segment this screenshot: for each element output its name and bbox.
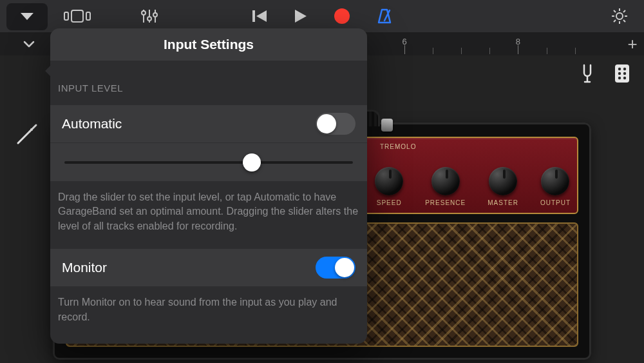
- svg-point-18: [618, 77, 621, 79]
- metronome-button[interactable]: [376, 0, 393, 32]
- monitor-toggle[interactable]: [316, 257, 355, 279]
- amp-knob-output[interactable]: [541, 167, 569, 195]
- svg-point-14: [618, 68, 621, 70]
- svg-point-20: [30, 128, 33, 131]
- tone-grid-button[interactable]: [611, 62, 634, 85]
- svg-rect-9: [252, 10, 255, 22]
- input-chevron[interactable]: [0, 32, 58, 55]
- ruler-label: 6: [402, 37, 406, 46]
- record-button[interactable]: [334, 0, 350, 32]
- monitor-label: Monitor: [62, 260, 107, 275]
- svg-point-4: [142, 11, 146, 15]
- amp-knob-label: SPEED: [377, 199, 402, 206]
- svg-rect-13: [615, 64, 629, 83]
- svg-point-15: [623, 68, 626, 70]
- tuning-fork-button[interactable]: [576, 62, 599, 85]
- settings-button[interactable]: [611, 0, 629, 32]
- ruler-label: 8: [516, 37, 520, 46]
- monitor-help-text: Turn Monitor on to hear sound from the i…: [50, 286, 367, 344]
- monitor-row: Monitor: [50, 249, 367, 286]
- input-jack-icon[interactable]: [12, 119, 43, 150]
- amp-knob-master[interactable]: [489, 167, 517, 195]
- svg-point-19: [623, 77, 626, 79]
- svg-point-17: [623, 72, 626, 75]
- input-level-slider[interactable]: [64, 161, 353, 164]
- svg-point-8: [153, 13, 157, 17]
- amp-knob-speed[interactable]: [375, 167, 403, 195]
- add-section-button[interactable]: +: [623, 32, 641, 55]
- popover-arrow: [45, 64, 52, 77]
- svg-rect-0: [64, 12, 68, 20]
- my-songs-dropdown[interactable]: [6, 3, 48, 30]
- input-level-help-text: Drag the slider to set the input level, …: [50, 181, 367, 249]
- amp-knob-presence[interactable]: [431, 167, 460, 195]
- mixer-button[interactable]: [133, 0, 166, 32]
- svg-point-10: [334, 8, 350, 24]
- play-button[interactable]: [294, 0, 308, 32]
- amp-knob-label: OUTPUT: [540, 199, 571, 206]
- rewind-button[interactable]: [251, 0, 268, 32]
- automatic-label: Automatic: [62, 116, 122, 132]
- svg-point-12: [616, 13, 623, 19]
- amp-section-label: TREMOLO: [380, 143, 416, 150]
- input-level-slider-row: [50, 142, 367, 181]
- automatic-row: Automatic: [50, 105, 367, 142]
- automatic-toggle[interactable]: [316, 113, 355, 135]
- svg-point-6: [147, 17, 151, 21]
- svg-point-16: [618, 72, 621, 75]
- input-settings-popover: Input Settings INPUT LEVEL Automatic Dra…: [50, 28, 367, 344]
- top-toolbar: [0, 0, 644, 32]
- track-view-button[interactable]: [61, 0, 94, 32]
- amp-handle-post: [381, 119, 393, 132]
- svg-rect-2: [86, 12, 90, 20]
- popover-title: Input Settings: [50, 28, 367, 61]
- svg-rect-1: [71, 10, 83, 22]
- slider-thumb[interactable]: [243, 153, 261, 172]
- input-level-section-label: INPUT LEVEL: [50, 61, 367, 105]
- amp-knob-label: MASTER: [488, 199, 518, 206]
- amp-knob-label: PRESENCE: [425, 199, 466, 206]
